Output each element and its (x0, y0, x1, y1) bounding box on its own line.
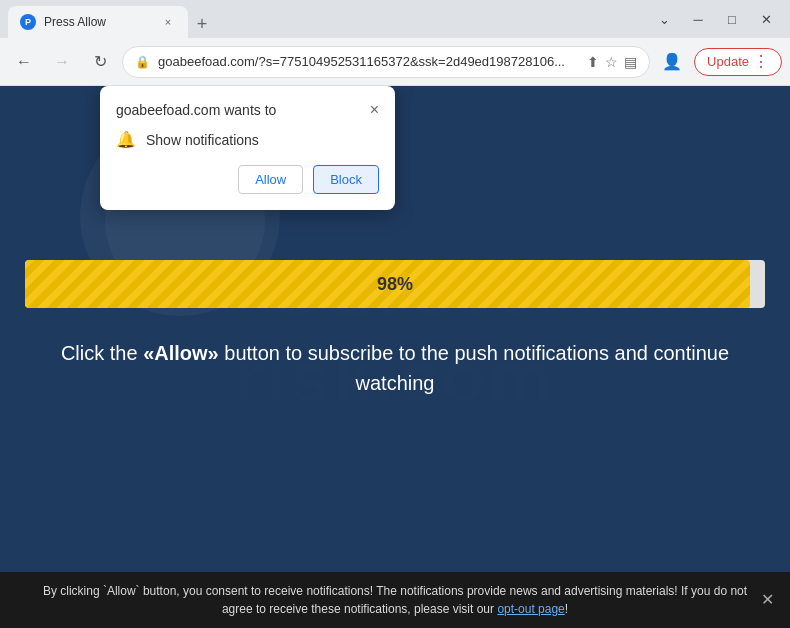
profile-icon[interactable]: 👤 (656, 46, 688, 78)
bell-icon: 🔔 (116, 130, 136, 149)
refresh-button[interactable]: ↻ (84, 46, 116, 78)
share-icon[interactable]: ⬆ (587, 54, 599, 70)
tab-close-button[interactable]: × (160, 14, 176, 30)
allow-button[interactable]: Allow (238, 165, 303, 194)
close-button[interactable]: ✕ (750, 5, 782, 33)
minimize-button[interactable]: ─ (682, 5, 714, 33)
notification-permission-label: Show notifications (146, 132, 259, 148)
maximize-button[interactable]: □ (716, 5, 748, 33)
opt-out-link[interactable]: opt-out page (497, 602, 564, 616)
popup-header: goabeefoad.com wants to × (116, 102, 379, 118)
address-text: goabeefoad.com/?s=775104952531165372&ssk… (158, 54, 579, 69)
browser-window: P Press Allow × + ⌄ ─ □ ✕ ← → ↻ 🔒 goabee… (0, 0, 790, 628)
page-content: CLICK risk.com goabeefoad.com wants to ×… (0, 86, 790, 572)
toolbar-icons: 👤 (656, 46, 688, 78)
banner-text-after: ! (565, 602, 568, 616)
block-button[interactable]: Block (313, 165, 379, 194)
update-label: Update (707, 54, 749, 69)
progress-container: 98% (25, 260, 765, 308)
window-controls: ⌄ ─ □ ✕ (648, 5, 782, 33)
instruction-text: Click the «Allow» button to subscribe to… (45, 338, 745, 398)
active-tab[interactable]: P Press Allow × (8, 6, 188, 38)
progress-label: 98% (377, 274, 413, 295)
bookmark-icon[interactable]: ☆ (605, 54, 618, 70)
address-action-icons: ⬆ ☆ ▤ (587, 54, 637, 70)
lock-icon: 🔒 (135, 55, 150, 69)
forward-button[interactable]: → (46, 46, 78, 78)
instruction-prefix: Click the (61, 342, 143, 364)
tab-favicon: P (20, 14, 36, 30)
reader-mode-icon[interactable]: ▤ (624, 54, 637, 70)
update-button[interactable]: Update ⋮ (694, 48, 782, 76)
instruction-suffix: button to subscribe to the push notifica… (219, 342, 729, 394)
banner-text-before: By clicking `Allow` button, you consent … (43, 584, 747, 616)
popup-title: goabeefoad.com wants to (116, 102, 276, 118)
instruction-bold-allow: «Allow» (143, 342, 219, 364)
popup-action-buttons: Allow Block (116, 165, 379, 194)
popup-close-button[interactable]: × (370, 102, 379, 118)
address-bar[interactable]: 🔒 goabeefoad.com/?s=775104952531165372&s… (122, 46, 650, 78)
new-tab-button[interactable]: + (188, 10, 216, 38)
popup-notification-row: 🔔 Show notifications (116, 130, 379, 149)
tab-strip: P Press Allow × + (8, 0, 644, 38)
back-button[interactable]: ← (8, 46, 40, 78)
update-menu-icon: ⋮ (753, 52, 769, 71)
notification-permission-popup: goabeefoad.com wants to × 🔔 Show notific… (100, 86, 395, 210)
navigation-bar: ← → ↻ 🔒 goabeefoad.com/?s=77510495253116… (0, 38, 790, 86)
chevron-down-icon[interactable]: ⌄ (648, 5, 680, 33)
bottom-consent-banner: By clicking `Allow` button, you consent … (0, 572, 790, 628)
title-bar: P Press Allow × + ⌄ ─ □ ✕ (0, 0, 790, 38)
tab-title: Press Allow (44, 15, 152, 29)
banner-close-button[interactable]: ✕ (761, 588, 774, 612)
